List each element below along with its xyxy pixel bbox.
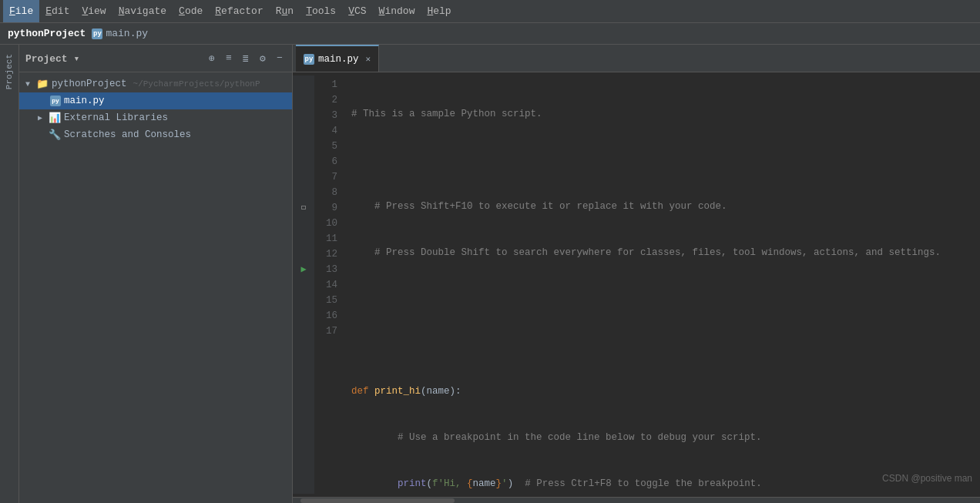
gutter-line-17 (293, 324, 314, 339)
menu-bar: File Edit View Navigate Code Refactor Ru… (0, 0, 980, 23)
menu-file[interactable]: File (3, 0, 39, 22)
toolbar-settings-icon[interactable]: ⚙ (257, 52, 269, 65)
title-filename: main.py (106, 28, 148, 39)
menu-run[interactable]: Run (270, 0, 300, 22)
menu-view[interactable]: View (76, 0, 112, 22)
code-paren-close: ): (450, 384, 461, 399)
code-line-3: # Press Shift+F10 to execute it or repla… (351, 199, 980, 214)
code-text-3: # Press Shift+F10 to execute it or repla… (351, 199, 727, 214)
gutter-line-8 (293, 185, 314, 200)
gutter-line-15 (293, 293, 314, 308)
folder-icon-root: 📁 (36, 78, 49, 90)
code-name-var: name (473, 476, 496, 491)
project-strip-label[interactable]: Project (5, 48, 14, 96)
editor-gutter: ◻ ▶ (293, 75, 314, 494)
tree-item-scratches[interactable]: 🔧 Scratches and Consoles (19, 126, 292, 143)
code-paren-open: ( (421, 384, 427, 399)
code-parens-9a: ( (427, 476, 433, 491)
gutter-line-5 (293, 139, 314, 154)
code-text-8: # Use a breakpoint in the code line belo… (351, 430, 762, 445)
line-num-14: 14 (314, 277, 337, 293)
tree-root-path: ~/PycharmProjects/pythonP (133, 79, 260, 89)
file-py-icon: py (50, 96, 61, 106)
gutter-line-3 (293, 108, 314, 123)
watermark: CSDN @positive man (882, 473, 972, 484)
code-line-5 (351, 291, 980, 307)
editor-area: py main.py ✕ ◻ (293, 45, 980, 503)
code-line-6 (351, 337, 980, 353)
tree-root-name: pythonProject (52, 79, 127, 89)
code-comment-9: # Press Ctrl+F8 to toggle the breakpoint… (525, 476, 762, 491)
code-line-8: # Use a breakpoint in the code line belo… (351, 430, 980, 445)
code-parens-9b: ) (508, 476, 525, 491)
gutter-line-16 (293, 308, 314, 324)
toolbar-collapse-icon[interactable]: ≡ (223, 52, 235, 65)
code-param: name (427, 384, 450, 399)
code-print: print (398, 476, 427, 491)
menu-code[interactable]: Code (173, 0, 209, 22)
project-toolbar: Project ▾ ⊕ ≡ ≣ ⚙ − (19, 45, 292, 72)
file-icon: py (92, 29, 102, 39)
file-name-title: py main.py (92, 28, 148, 39)
tab-close-button[interactable]: ✕ (366, 54, 371, 64)
toolbar-close-icon[interactable]: − (274, 52, 286, 65)
run-arrow-13: ▶ (300, 262, 306, 277)
code-editor[interactable]: # This is a sample Python script. # Pres… (345, 75, 980, 494)
line-num-9: 9 (314, 200, 337, 216)
toolbar-locate-icon[interactable]: ⊕ (206, 52, 218, 65)
menu-refactor[interactable]: Refactor (209, 0, 269, 22)
line-num-17: 17 (314, 324, 337, 339)
left-sidebar-strip: Project (0, 45, 19, 503)
code-line-7: def print_hi(name): (351, 384, 980, 399)
line-num-16: 16 (314, 308, 337, 324)
horizontal-scrollbar-area (293, 497, 980, 503)
tab-label: main.py (318, 54, 359, 65)
code-brace: { (467, 476, 473, 491)
menu-edit[interactable]: Edit (39, 0, 76, 22)
code-fn-name: print_hi (374, 384, 421, 399)
menu-navigate[interactable]: Navigate (112, 0, 173, 22)
title-bar: pythonProject py main.py (0, 23, 980, 45)
tree-item-ext-libs[interactable]: ▶ 📊 External Libraries (19, 109, 292, 126)
gutter-line-11 (293, 231, 314, 246)
line-numbers: 1 2 3 4 5 6 7 8 9 10 11 12 13 14 15 16 1… (314, 75, 345, 494)
gutter-line-4 (293, 123, 314, 139)
menu-tools[interactable]: Tools (300, 0, 342, 22)
tab-main-py[interactable]: py main.py ✕ (296, 45, 379, 72)
project-panel-title: Project ▾ (25, 52, 201, 65)
project-tree: ▼ 📁 pythonProject ~/PycharmProjects/pyth… (19, 72, 292, 503)
code-fstring: f'Hi, (432, 476, 467, 491)
tree-scratches-label: Scratches and Consoles (64, 129, 191, 140)
code-line-4: # Press Double Shift to search everywher… (351, 245, 980, 260)
project-panel: Project ▾ ⊕ ≡ ≣ ⚙ − ▼ 📁 pythonProject ~/… (19, 45, 293, 503)
line-num-7: 7 (314, 169, 337, 185)
gutter-line-6 (293, 154, 314, 169)
scratches-icon: 🔧 (49, 129, 61, 141)
line-num-10: 10 (314, 216, 337, 231)
line-num-15: 15 (314, 293, 337, 308)
editor-content[interactable]: ◻ ▶ 1 2 3 4 5 6 7 (293, 72, 980, 497)
tree-extlibs-label: External Libraries (64, 112, 168, 123)
line-num-1: 1 (314, 77, 337, 92)
gutter-line-1 (293, 77, 314, 92)
menu-vcs[interactable]: VCS (342, 0, 372, 22)
code-kw-def: def (351, 384, 374, 399)
toolbar-expand-icon[interactable]: ≣ (240, 52, 252, 65)
tree-item-root[interactable]: ▼ 📁 pythonProject ~/PycharmProjects/pyth… (19, 75, 292, 92)
line-num-8: 8 (314, 185, 337, 200)
gutter-line-9: ◻ (293, 200, 314, 216)
tree-mainpy-label: main.py (64, 96, 105, 106)
code-line-2 (351, 153, 980, 168)
gutter-line-10 (293, 216, 314, 231)
menu-window[interactable]: Window (373, 0, 421, 22)
menu-help[interactable]: Help (421, 0, 457, 22)
line-num-12: 12 (314, 246, 337, 262)
code-fstring-end: ' (502, 476, 508, 491)
project-name: pythonProject (8, 28, 86, 39)
code-brace-close: } (496, 476, 502, 491)
gutter-line-13: ▶ (293, 262, 314, 277)
gutter-line-2 (293, 92, 314, 108)
tab-bar: py main.py ✕ (293, 45, 980, 72)
tree-item-main-py[interactable]: py main.py (19, 92, 292, 109)
horizontal-scrollbar[interactable] (300, 498, 455, 503)
